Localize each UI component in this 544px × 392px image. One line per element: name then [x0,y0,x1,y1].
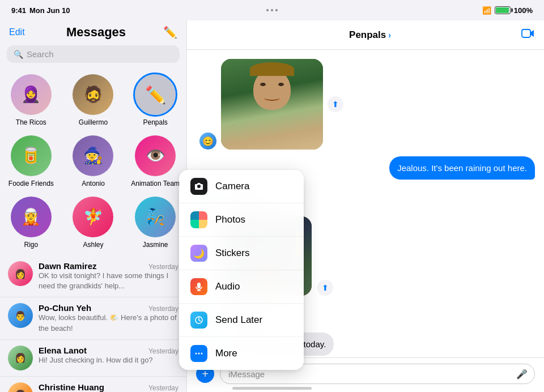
pinned-item-guillermo[interactable]: 🧔 Guillermo [62,70,125,131]
popup-item-more[interactable]: More [179,337,304,370]
chat-list: 👩 Dawn Ramirez Yesterday OK to visit ton… [0,255,186,392]
pinned-item-foodie[interactable]: 🥫 Foodie Friends [0,131,62,192]
chat-avatar-elena: 👩 [8,346,33,370]
pinned-avatar-ricos: 🧕 [11,74,52,115]
photos-icon [190,211,207,228]
video-call-button[interactable] [521,28,535,41]
svg-rect-0 [522,29,530,37]
popup-item-camera[interactable]: Camera [179,170,304,203]
chat-content-dawn: Dawn Ramirez Yesterday OK to visit tonig… [39,261,178,291]
pinned-avatar-guillermo: 🧔 [73,74,113,115]
chevron-right-icon: › [388,31,391,40]
attachment-popup: Camera Photos 🌙 Stickers Audio [179,170,304,370]
pinned-item-ashley[interactable]: 🧚 Ashley [62,192,125,253]
chat-item-christine[interactable]: 👩 Christine Huang Yesterday Me too, haha… [0,377,186,392]
status-dot-1 [266,9,269,11]
share-button-2[interactable]: ⬆ [317,280,333,296]
mic-icon[interactable]: 🎤 [516,369,528,380]
chat-item-pochi[interactable]: 👨 Po-Chun Yeh Yesterday Wow, looks beaut… [0,297,186,339]
pinned-item-penpals[interactable]: ✏️ Penpals [124,70,186,131]
status-dot-2 [271,9,273,11]
sidebar-header: Edit Messages ✏️ [0,20,186,43]
chat-name-pochi: Po-Chun Yeh [39,303,91,313]
chat-item-dawn[interactable]: 👩 Dawn Ramirez Yesterday OK to visit ton… [0,255,186,297]
chat-group-name: Penpals [349,29,386,41]
message-photo-selfie: 😊 [221,59,323,150]
pinned-avatar-jasmine: 🧞 [135,197,176,237]
photo-message-content [221,59,323,150]
pinned-avatar-rigo: 🧝 [11,197,52,237]
svg-point-6 [198,353,200,355]
chat-nav: Penpals › [187,20,544,50]
chat-name-dawn: Dawn Ramirez [39,261,97,271]
pinned-name-ashley: Ashley [83,241,103,249]
more-label: More [215,348,237,359]
pinned-name-animation: Animation Team [131,180,180,188]
stickers-label: Stickers [215,248,249,259]
pinned-name-penpals: Penpals [143,118,167,126]
wifi-icon: 📶 [482,6,491,15]
edit-button[interactable]: Edit [9,27,32,37]
chat-content-pochi: Po-Chun Yeh Yesterday Wow, looks beautif… [39,303,178,333]
chat-time-pochi: Yesterday [148,305,178,313]
svg-point-7 [201,353,203,355]
chat-name-elena: Elena Lanot [39,346,87,355]
pinned-avatar-animation: 👁️ [135,135,176,176]
pinned-contacts-grid: 🧕 The Ricos 🧔 Guillermo ✏️ Penpals 🥫 Foo… [0,67,186,255]
chat-name-christine: Christine Huang [39,382,104,392]
audio-icon [190,278,207,295]
pinned-item-antonio[interactable]: 🧙 Antonio [62,131,125,192]
pinned-item-rigo[interactable]: 🧝 Rigo [0,192,62,253]
chat-time-christine: Yesterday [148,384,178,392]
chat-preview-pochi: Wow, looks beautiful. 🌤️ Here's a photo … [39,313,178,333]
pinned-name-rigo: Rigo [24,241,38,249]
popup-item-audio[interactable]: Audio [179,270,304,304]
status-bar: 9:41 Mon Jun 10 📶 100% [0,0,544,20]
pinned-name-jasmine: Jasmine [143,241,168,249]
share-button[interactable]: ⬆ [328,96,343,112]
popup-item-photos[interactable]: Photos [179,203,304,237]
pinned-name-ricos: The Ricos [16,118,46,126]
status-date: Mon Jun 10 [29,6,70,15]
pinned-item-animation[interactable]: 👁️ Animation Team [124,131,186,192]
stickers-icon: 🌙 [190,245,207,262]
input-placeholder: iMessage [228,369,512,379]
chat-avatar-pochi: 👨 [8,303,33,328]
audio-label: Audio [215,281,240,292]
chat-avatar-dawn: 👩 [8,261,33,286]
compose-button[interactable]: ✏️ [160,25,177,39]
sendlater-icon [190,312,207,329]
pinned-item-ricos[interactable]: 🧕 The Ricos [0,70,62,131]
sendlater-label: Send Later [215,314,262,326]
pinned-avatar-foodie: 🥫 [11,135,52,176]
more-icon [190,345,207,362]
sender-avatar: 😊 [199,133,216,150]
chat-time-dawn: Yesterday [148,263,178,271]
search-placeholder: Search [27,49,54,59]
camera-label: Camera [215,181,249,192]
battery-label: 100% [514,6,533,15]
popup-item-sendlater[interactable]: Send Later [179,304,304,337]
chat-nav-title[interactable]: Penpals › [349,29,391,41]
bubble-outgoing: Jealous. It's been raining out here. [389,156,535,180]
sidebar-title: Messages [32,25,160,40]
pinned-name-antonio: Antonio [82,180,105,188]
popup-item-stickers[interactable]: 🌙 Stickers [179,237,304,270]
battery-icon [495,6,511,14]
pinned-name-guillermo: Guillermo [79,118,108,126]
chat-content-christine: Christine Huang Yesterday Me too, haha. … [39,382,178,392]
pinned-avatar-ashley: 🧚 [73,197,113,237]
chat-time-elena: Yesterday [148,347,178,355]
pinned-item-jasmine[interactable]: 🧞 Jasmine [124,192,186,253]
svg-point-5 [196,353,197,355]
chat-preview-elena: Hi! Just checking in. How did it go? [39,355,178,365]
home-indicator [232,387,312,390]
chat-avatar-christine: 👩 [8,382,33,392]
svg-rect-1 [197,283,201,288]
chat-item-elena[interactable]: 👩 Elena Lanot Yesterday Hi! Just checkin… [0,340,186,377]
camera-icon [190,178,207,195]
search-bar[interactable]: 🔍 Search [7,45,180,63]
photos-label: Photos [215,214,245,225]
pinned-avatar-antonio: 🧙 [73,135,113,176]
pinned-name-foodie: Foodie Friends [8,180,54,188]
